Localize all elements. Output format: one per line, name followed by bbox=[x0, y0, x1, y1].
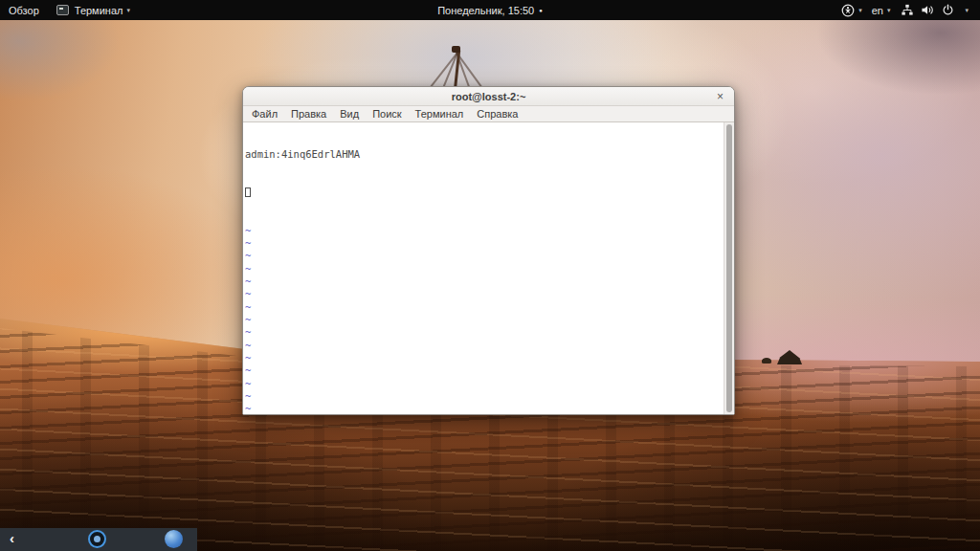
network-wired-icon bbox=[901, 4, 914, 16]
chevron-left-icon[interactable]: ‹ bbox=[0, 529, 14, 550]
chevron-down-icon: ▾ bbox=[887, 7, 891, 14]
activities-button[interactable]: Обзор bbox=[0, 0, 48, 20]
gnome-top-bar: Обзор Терминал ▾ Понедельник, 15:50 ● bbox=[0, 0, 980, 20]
accessibility-icon bbox=[841, 4, 855, 17]
vim-tilde-line: ~ bbox=[245, 352, 724, 364]
menu-terminal[interactable]: Терминал bbox=[409, 106, 471, 122]
notification-dot-icon: ● bbox=[539, 8, 543, 13]
tray-blue-app-icon[interactable] bbox=[165, 530, 183, 548]
cursor-line bbox=[245, 187, 724, 199]
terminal-window: root@losst-2:~ × Файл Правка Вид Поиск Т… bbox=[242, 86, 735, 415]
vim-tilde-line: ~ bbox=[245, 263, 724, 276]
vim-tilde-line: ~ bbox=[245, 225, 724, 237]
close-button[interactable]: × bbox=[713, 89, 727, 103]
text-cursor bbox=[245, 187, 251, 197]
vim-tilde-line: ~ bbox=[245, 326, 724, 339]
vim-tilde-line: ~ bbox=[245, 250, 724, 262]
activities-label: Обзор bbox=[9, 5, 39, 16]
system-menu-button[interactable]: ▾ bbox=[895, 0, 974, 20]
accessibility-menu-button[interactable]: ▾ bbox=[836, 0, 867, 20]
vim-tilde-line: ~ bbox=[245, 378, 724, 390]
boat-mast-top bbox=[452, 46, 460, 53]
vim-tilde-line: ~ bbox=[245, 390, 724, 403]
desktop: Обзор Терминал ▾ Понедельник, 15:50 ● bbox=[0, 0, 980, 551]
vim-tilde-line: ~ bbox=[245, 364, 724, 377]
bottom-tray: ‹ bbox=[0, 528, 197, 551]
island-silhouette-small bbox=[762, 358, 771, 364]
keyboard-layout-label: en bbox=[872, 5, 883, 16]
chevron-down-icon: ▾ bbox=[965, 7, 969, 14]
terminal-line-1: admin:4inq6EdrlAHMA bbox=[245, 148, 724, 161]
vim-tilde-line: ~ bbox=[245, 276, 724, 288]
app-menu-label: Терминал bbox=[75, 5, 123, 16]
vim-tilde-line: ~ bbox=[245, 340, 724, 352]
terminal-body: admin:4inq6EdrlAHMA ~~~~~~~~~~~~~~~~~~~~… bbox=[243, 122, 734, 414]
chevron-down-icon: ▾ bbox=[858, 7, 862, 14]
window-title: root@losst-2:~ bbox=[452, 91, 526, 102]
app-menu-button[interactable]: Терминал ▾ bbox=[48, 0, 139, 20]
menu-edit[interactable]: Правка bbox=[284, 106, 333, 122]
tray-app-icon-core bbox=[94, 536, 100, 542]
menu-search[interactable]: Поиск bbox=[366, 106, 408, 122]
terminal-app-icon bbox=[56, 5, 69, 15]
vim-tilde-line: ~ bbox=[245, 288, 724, 300]
vim-tilde-line: ~ bbox=[245, 403, 724, 414]
terminal-menubar: Файл Правка Вид Поиск Терминал Справка bbox=[243, 106, 734, 122]
close-icon: × bbox=[717, 90, 724, 103]
menu-help[interactable]: Справка bbox=[470, 106, 524, 122]
vim-tilde-line: ~ bbox=[245, 301, 724, 314]
menu-view[interactable]: Вид bbox=[333, 106, 366, 122]
clock-area: Понедельник, 15:50 ● bbox=[0, 0, 980, 20]
chevron-down-icon: ▾ bbox=[126, 7, 130, 14]
menu-file[interactable]: Файл bbox=[245, 106, 284, 122]
window-titlebar[interactable]: root@losst-2:~ × bbox=[243, 87, 734, 106]
tilde-lines: ~~~~~~~~~~~~~~~~~~~~ bbox=[245, 225, 724, 414]
scrollbar-handle[interactable] bbox=[726, 124, 732, 412]
clock-button[interactable]: Понедельник, 15:50 ● bbox=[437, 5, 543, 16]
scrollbar[interactable] bbox=[724, 122, 734, 414]
terminal-screen[interactable]: admin:4inq6EdrlAHMA ~~~~~~~~~~~~~~~~~~~~… bbox=[243, 122, 724, 414]
vim-tilde-line: ~ bbox=[245, 314, 724, 326]
system-status-area: ▾ en ▾ bbox=[836, 0, 980, 20]
tray-terminal-app-icon[interactable] bbox=[88, 530, 106, 548]
clock-label: Понедельник, 15:50 bbox=[437, 5, 534, 16]
vim-tilde-line: ~ bbox=[245, 237, 724, 250]
volume-icon bbox=[921, 4, 935, 16]
power-icon bbox=[942, 4, 954, 16]
keyboard-layout-button[interactable]: en ▾ bbox=[867, 0, 896, 20]
